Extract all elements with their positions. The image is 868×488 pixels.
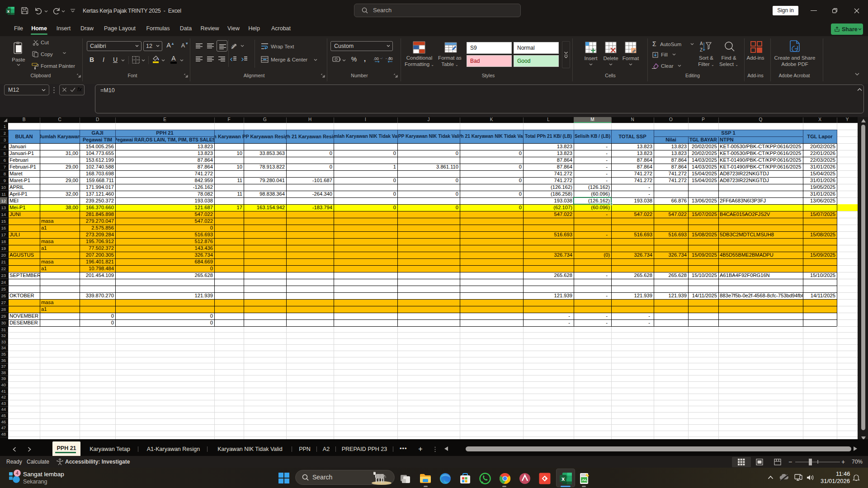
- svg-text:x: x: [561, 475, 565, 482]
- svg-text:.00: .00: [373, 56, 379, 61]
- svg-text:x: x: [7, 9, 10, 14]
- svg-text:4: 4: [16, 470, 19, 476]
- svg-text:Z: Z: [700, 47, 703, 52]
- svg-text:←.0: ←.0: [385, 56, 391, 60]
- svg-text:A: A: [700, 41, 703, 46]
- svg-text:→0: →0: [379, 56, 382, 60]
